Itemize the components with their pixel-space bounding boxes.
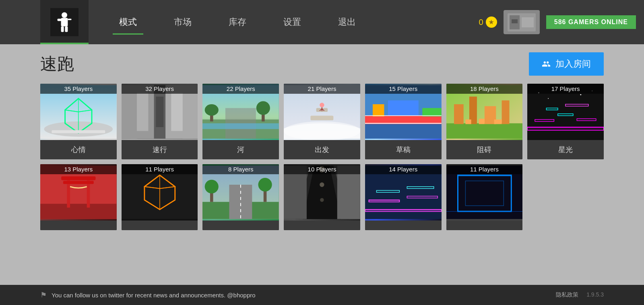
- footer-right: 隐私政策 1.9.5.3: [556, 291, 604, 299]
- coin-icon: ★: [486, 16, 497, 28]
- players-badge-9: 11 Players: [122, 164, 198, 174]
- map-name-5: 草稿: [365, 140, 442, 159]
- map-thumbnail-14: [527, 164, 604, 221]
- nav-exit[interactable]: 退出: [332, 13, 362, 31]
- svg-point-35: [205, 104, 219, 115]
- nav-modes[interactable]: 模式: [113, 13, 143, 31]
- svg-rect-30: [156, 97, 163, 127]
- map-card-xinqing[interactable]: 35 Players: [40, 84, 117, 159]
- players-badge-12: 14 Players: [365, 164, 442, 174]
- svg-rect-38: [202, 123, 279, 129]
- map-name-11: [284, 221, 360, 230]
- map-card-10[interactable]: 8 Players: [202, 164, 279, 230]
- svg-point-41: [284, 122, 360, 140]
- join-icon: [542, 60, 551, 68]
- svg-rect-4: [68, 19, 71, 21]
- map-name-9: [122, 221, 198, 230]
- players-badge-10: 8 Players: [202, 164, 279, 174]
- map-card-suxing[interactable]: 32 Players 速行: [122, 84, 198, 159]
- svg-rect-62: [465, 120, 471, 124]
- players-badge-5: 15 Players: [365, 84, 442, 94]
- map-name-3: 河: [202, 140, 279, 159]
- map-card-zuhan[interactable]: 18 Players 阻碍: [446, 84, 523, 159]
- players-badge-13: 11 Players: [446, 164, 523, 174]
- map-name-10: [202, 221, 279, 230]
- players-badge-11: 10 Players: [284, 164, 360, 174]
- players-badge-1: 35 Players: [40, 84, 117, 94]
- footer: ⚑ You can follow us on twitter for recen…: [0, 285, 644, 305]
- coins-display: 0 ★: [479, 16, 497, 28]
- svg-rect-11: [512, 19, 518, 23]
- svg-point-107: [320, 182, 324, 187]
- map-thumbnail-8: 13 Players: [40, 164, 117, 221]
- players-badge-8: 13 Players: [40, 164, 117, 174]
- map-name-7: 星光: [527, 140, 604, 159]
- svg-rect-5: [61, 27, 64, 32]
- svg-rect-21: [52, 130, 105, 134]
- avatar-box[interactable]: [504, 10, 540, 34]
- map-card-12[interactable]: 14 Players: [365, 164, 442, 230]
- nav-inventory[interactable]: 库存: [222, 13, 253, 31]
- svg-rect-3: [58, 19, 62, 21]
- map-card-8[interactable]: 13 Players: [40, 164, 117, 230]
- players-badge-7: 17 Players: [527, 84, 604, 94]
- map-card-xingguang[interactable]: 17 Players: [527, 84, 604, 159]
- svg-rect-79: [40, 204, 117, 219]
- map-thumbnail-4: 21 Players: [284, 84, 360, 140]
- svg-rect-64: [494, 120, 502, 124]
- map-thumbnail-10: 8 Players: [202, 164, 279, 221]
- map-name-6: 阻碍: [446, 140, 523, 159]
- map-thumbnail-2: 32 Players: [122, 84, 198, 140]
- map-thumbnail-12: 14 Players: [365, 164, 442, 221]
- map-card-13[interactable]: 11 Players: [446, 164, 523, 230]
- map-thumbnail-11: 10 Players: [284, 164, 360, 221]
- svg-rect-53: [422, 108, 441, 117]
- news-flag-icon: ⚑: [40, 291, 47, 299]
- active-indicator: [40, 43, 89, 44]
- main-content: 速跑 加入房间 35 Players: [0, 44, 644, 285]
- players-badge-4: 21 Players: [284, 84, 360, 94]
- map-card-he[interactable]: 22 Players 河: [202, 84, 279, 159]
- svg-rect-123: [458, 211, 511, 212]
- nav-right: 0 ★ 586 GAMERS ONLINE: [479, 10, 636, 34]
- privacy-policy-link[interactable]: 隐私政策: [556, 291, 578, 299]
- svg-rect-51: [373, 104, 384, 116]
- map-name-14: [527, 221, 604, 230]
- svg-point-77: [548, 98, 549, 99]
- map-card-9[interactable]: 11 Players: [122, 164, 198, 230]
- svg-point-37: [256, 101, 270, 115]
- map-card-11[interactable]: 10 Players: [284, 164, 360, 230]
- map-card-caogao[interactable]: 15 Players 草稿: [365, 84, 442, 159]
- svg-rect-52: [388, 101, 419, 116]
- svg-rect-42: [311, 115, 334, 120]
- svg-rect-115: [365, 210, 442, 210]
- map-thumbnail-13: 11 Players: [446, 164, 523, 221]
- map-thumbnail-7: 17 Players: [527, 84, 604, 140]
- map-name-4: 出发: [284, 140, 360, 159]
- svg-rect-10: [522, 17, 534, 27]
- map-name-13: [446, 221, 523, 230]
- svg-rect-57: [446, 123, 523, 138]
- map-thumbnail-5: 15 Players: [365, 84, 442, 140]
- news-text: You can follow us on twitter for recent …: [52, 292, 256, 299]
- svg-point-97: [205, 180, 219, 194]
- nav-settings[interactable]: 设置: [277, 13, 308, 31]
- svg-rect-27: [137, 93, 148, 131]
- map-thumbnail-9: 11 Players: [122, 164, 198, 221]
- top-navigation: 模式 市场 库存 设置 退出 0 ★ 586 GAMERS ONLINE: [0, 0, 644, 44]
- maps-grid-row2: 13 Players 11 Players: [40, 164, 604, 230]
- join-room-button[interactable]: 加入房间: [529, 52, 604, 76]
- players-badge-3: 22 Players: [202, 84, 279, 94]
- svg-point-1: [62, 12, 67, 18]
- svg-point-108: [320, 198, 324, 202]
- map-card-chufa[interactable]: 21 Players 出发: [284, 84, 360, 159]
- players-badge-2: 32 Players: [122, 84, 198, 94]
- join-room-label: 加入房间: [555, 58, 591, 70]
- svg-rect-83: [63, 181, 94, 184]
- nav-market[interactable]: 市场: [167, 13, 198, 31]
- maps-grid-row1: 35 Players: [40, 84, 604, 159]
- logo-box[interactable]: [40, 0, 89, 44]
- map-name-8: [40, 221, 117, 230]
- svg-rect-122: [458, 175, 511, 176]
- map-name-2: 速行: [122, 140, 198, 159]
